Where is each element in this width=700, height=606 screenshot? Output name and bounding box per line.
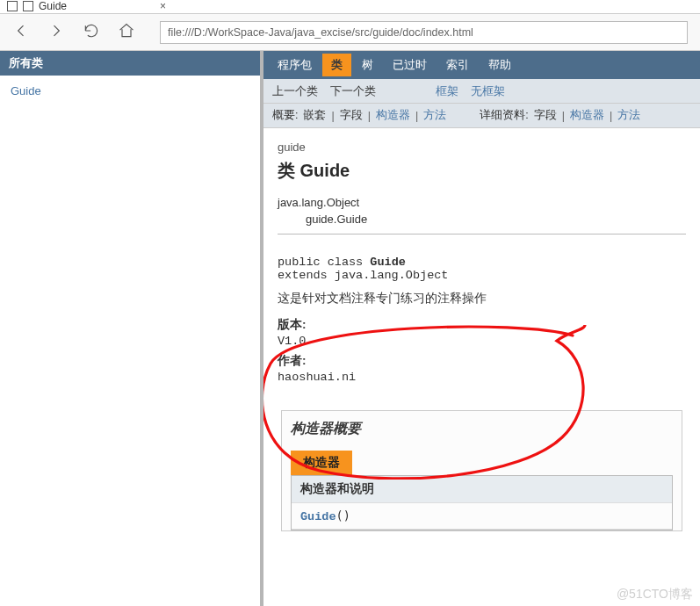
ctor-link[interactable]: Guide [300, 510, 336, 523]
hier-leaf: guide.Guide [278, 212, 686, 228]
prev-class: 上一个类 [272, 83, 318, 99]
class-description: 这是针对文档注释专门练习的注释操作 [278, 291, 686, 307]
sub-nav-1: 上一个类 下一个类 框架 无框架 [263, 79, 700, 104]
browser-tab-strip: Guide × [0, 0, 700, 14]
refresh-button[interactable] [83, 22, 100, 42]
constructor-summary: 构造器概要 构造器 构造器和说明 Guide() [281, 410, 682, 531]
home-button[interactable] [118, 22, 135, 42]
tab-deprecated[interactable]: 已过时 [384, 54, 436, 76]
address-bar[interactable]: file:///D:/WorkSpace-Java/java_excise/sr… [160, 21, 688, 44]
next-class: 下一个类 [330, 83, 376, 99]
summary-constr[interactable]: 构造器 [376, 108, 410, 123]
top-nav: 程序包 类 树 已过时 索引 帮助 [263, 51, 700, 79]
forward-button[interactable] [47, 22, 65, 42]
tab-square-icon [7, 1, 18, 11]
frames-link[interactable]: 框架 [436, 83, 458, 99]
page-icon [23, 1, 33, 11]
all-classes-header: 所有类 [0, 51, 260, 76]
version-value: V1.0 [278, 335, 686, 348]
constructor-summary-title: 构造器概要 [291, 420, 673, 438]
all-classes-list: Guide [0, 76, 260, 106]
watermark: @51CTO博客 [617, 587, 693, 602]
browser-tab[interactable]: Guide × [0, 0, 173, 12]
divider [278, 234, 686, 234]
sub-nav-2: 概要: 嵌套| 字段| 构造器| 方法 详细资料: 字段| 构造器| 方法 [263, 104, 700, 128]
frameset: 所有类 Guide 程序包 类 树 已过时 索引 帮助 上一个类 下一个类 框架… [0, 51, 700, 606]
close-tab-icon[interactable]: × [160, 0, 166, 12]
constructor-badge: 构造器 [291, 451, 352, 475]
back-button[interactable] [12, 22, 30, 42]
summary-method[interactable]: 方法 [423, 108, 446, 123]
constructor-table: 构造器和说明 Guide() [291, 475, 673, 530]
tab-package[interactable]: 程序包 [269, 54, 321, 76]
tab-help[interactable]: 帮助 [480, 54, 520, 76]
noframes-link[interactable]: 无框架 [471, 83, 505, 99]
author-label: 作者: [278, 353, 686, 369]
right-frame: 程序包 类 树 已过时 索引 帮助 上一个类 下一个类 框架 无框架 概要: 嵌… [263, 51, 700, 606]
detail-constr[interactable]: 构造器 [570, 108, 604, 123]
tab-tree[interactable]: 树 [353, 54, 382, 76]
tab-title: Guide [39, 0, 67, 12]
class-signature: public class Guide extends java.lang.Obj… [278, 256, 686, 282]
address-text: file:///D:/WorkSpace-Java/java_excise/sr… [168, 26, 473, 39]
author-value: haoshuai.ni [278, 371, 686, 384]
version-label: 版本: [278, 317, 686, 333]
detail-label: 详细资料: [480, 108, 528, 123]
detail-method[interactable]: 方法 [617, 108, 640, 123]
hier-root: java.lang.Object [278, 195, 686, 212]
ctor-row: Guide() [292, 503, 672, 530]
detail-field: 字段 [534, 108, 557, 123]
doc-body: guide 类 Guide java.lang.Object guide.Gui… [263, 128, 700, 531]
left-frame: 所有类 Guide [0, 51, 263, 606]
inheritance: java.lang.Object guide.Guide [278, 195, 686, 228]
summary-field: 字段 [340, 108, 363, 123]
summary-label: 概要: [272, 108, 298, 123]
summary-nested: 嵌套 [303, 108, 326, 123]
tag-list: 版本: V1.0 作者: haoshuai.ni [278, 317, 686, 384]
class-heading: 类 Guide [278, 159, 686, 183]
package-name: guide [278, 141, 686, 154]
ctor-col-head: 构造器和说明 [292, 476, 672, 503]
browser-nav-bar: file:///D:/WorkSpace-Java/java_excise/sr… [0, 14, 700, 51]
class-link-guide[interactable]: Guide [11, 84, 41, 97]
tab-index[interactable]: 索引 [437, 54, 478, 76]
tab-class[interactable]: 类 [322, 54, 351, 76]
